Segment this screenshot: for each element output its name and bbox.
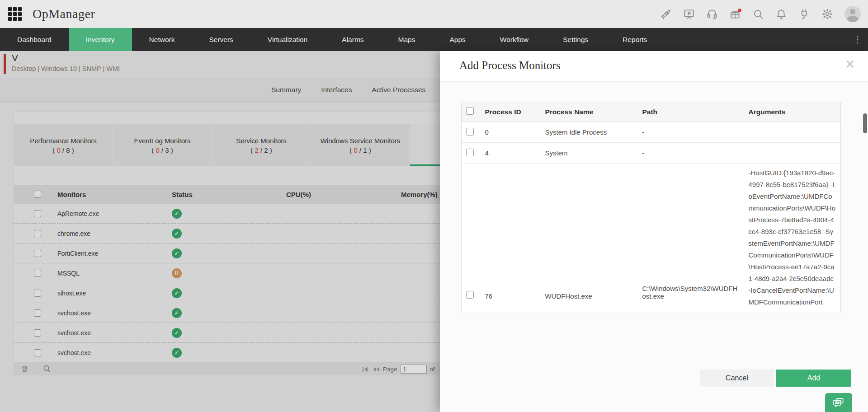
nav-item-alarms[interactable]: Alarms [325,28,381,51]
nav-item-virtualization[interactable]: Virtualization [250,28,325,51]
process-id: 76 [481,164,541,313]
rocket-icon[interactable] [660,8,672,20]
col-header-path: Path [638,102,744,122]
gift-icon[interactable] [729,8,741,20]
chat-icon [833,397,844,408]
nav-item-dashboard[interactable]: Dashboard [0,28,69,51]
plugin-icon[interactable] [798,8,810,20]
col-header-arguments: Arguments [744,102,841,122]
app-logo: OpManager [33,7,95,21]
process-table: Process ID Process Name Path Arguments 0… [461,102,841,313]
gift-badge-dot [738,9,741,12]
col-header-process-id: Process ID [481,102,541,122]
topbar-icon-row [660,0,861,28]
process-row: 76WUDFHost.exeC:\Windows\System32\WUDFHo… [462,164,841,313]
main-nav: DashboardInventoryNetworkServersVirtuali… [0,28,868,51]
process-row: 4System- [462,143,841,164]
app-grid-icon[interactable] [7,6,23,22]
nav-item-workflow[interactable]: Workflow [483,28,546,51]
headset-icon[interactable] [706,8,718,20]
process-id: 4 [481,143,541,164]
nav-item-reports[interactable]: Reports [605,28,664,51]
panel-scrollbar-thumb[interactable] [863,113,867,133]
process-table-header-row: Process ID Process Name Path Arguments [462,102,841,122]
process-path: C:\Windows\System32\WUDFHost.exe [638,164,744,313]
process-id: 0 [481,122,541,143]
demo-screen-icon[interactable] [683,8,695,20]
process-name: System [541,143,638,164]
process-arguments [744,122,841,143]
process-select-all-checkbox[interactable] [466,107,474,115]
col-header-process-name: Process Name [541,102,638,122]
process-row-checkbox[interactable] [466,291,474,299]
process-path: - [638,122,744,143]
nav-item-network[interactable]: Network [132,28,192,51]
nav-item-apps[interactable]: Apps [432,28,482,51]
search-icon[interactable] [752,8,764,20]
process-arguments: -HostGUID:{193a1820-d9ac-4997-8c55-be817… [744,164,841,313]
nav-overflow-kebab-icon[interactable]: ⋮ [852,28,863,51]
nav-item-inventory[interactable]: Inventory [69,28,132,51]
nav-item-settings[interactable]: Settings [546,28,605,51]
settings-gear-icon[interactable] [821,8,833,20]
add-button[interactable]: Add [776,370,851,387]
process-path: - [638,143,744,164]
add-process-monitors-panel: Add Process Monitors ✕ Process ID Proces… [440,51,868,412]
process-name: WUDFHost.exe [541,164,638,313]
nav-item-servers[interactable]: Servers [192,28,250,51]
top-bar: OpManager [0,0,868,28]
close-icon[interactable]: ✕ [845,58,855,71]
main-nav-list: DashboardInventoryNetworkServersVirtuali… [0,28,665,51]
process-row-checkbox[interactable] [466,128,474,136]
process-row: 0System Idle Process- [462,122,841,143]
panel-title: Add Process Monitors [459,59,561,72]
panel-body: Process ID Process Name Path Arguments 0… [440,82,868,412]
process-arguments [744,143,841,164]
nav-item-maps[interactable]: Maps [381,28,433,51]
cancel-button[interactable]: Cancel [700,370,774,387]
user-avatar[interactable] [844,6,861,22]
notifications-icon[interactable] [775,8,787,20]
process-row-checkbox[interactable] [466,149,474,156]
chat-feedback-button[interactable] [825,393,852,412]
process-name: System Idle Process [541,122,638,143]
panel-header: Add Process Monitors ✕ [440,51,868,82]
